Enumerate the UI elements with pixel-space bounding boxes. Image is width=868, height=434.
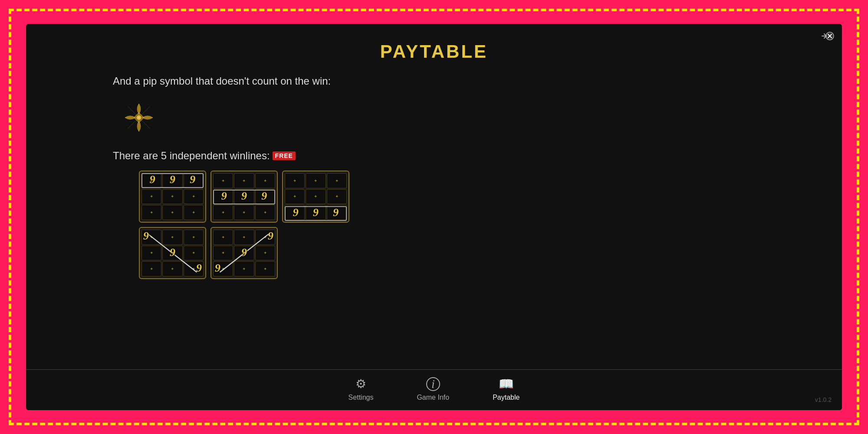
page-title: PAYTABLE: [113, 41, 755, 62]
nav-paytable[interactable]: 📖 Paytable: [493, 377, 519, 401]
paytable-label: Paytable: [493, 394, 519, 401]
winline-card-5: ✦ ✦ ✦ ✦ ✦ ✦ ✦ ✦ ✦ 9: [210, 227, 278, 279]
game-info-icon: i: [426, 377, 440, 391]
winline-card-2: ✦ ✦ ✦ ✦ ✦ ✦ ✦ ✦ ✦ 999: [210, 171, 278, 223]
game-info-label: Game Info: [417, 394, 449, 401]
paytable-icon: 📖: [499, 377, 514, 391]
winline-card-3: ✦ ✦ ✦ ✦ ✦ ✦ ✦ ✦ ✦ 999: [282, 171, 349, 223]
close-button[interactable]: [819, 31, 835, 46]
svg-point-12: [138, 117, 140, 118]
pip-symbol-icon: [122, 100, 156, 135]
winline-row-2: ✦ ✦ ✦ ✦ ✦ ✦ ✦ ✦ ✦ 9: [139, 227, 349, 279]
winline-card-1: ✦ ✦ ✦ ✦ ✦ ✦ ✦ ✦ ✦ 999: [139, 171, 206, 223]
pip-symbol-container: [122, 100, 156, 137]
nav-settings[interactable]: ⚙ Settings: [349, 377, 374, 401]
version-text: v1.0.2: [815, 396, 832, 403]
outer-border: PAYTABLE And a pip symbol that doesn't c…: [9, 9, 859, 425]
winlines-text: There are 5 independent winlines: FREE: [113, 150, 296, 162]
settings-label: Settings: [349, 394, 374, 401]
bottom-nav: ⚙ Settings i Game Info 📖 Paytable: [26, 369, 842, 410]
free-badge: FREE: [273, 151, 296, 160]
content-area: PAYTABLE And a pip symbol that doesn't c…: [26, 24, 842, 369]
winline-row-1: ✦ ✦ ✦ ✦ ✦ ✦ ✦ ✦ ✦ 999: [139, 171, 349, 223]
main-panel: PAYTABLE And a pip symbol that doesn't c…: [26, 24, 842, 410]
nav-game-info[interactable]: i Game Info: [417, 377, 449, 401]
winline-grids: ✦ ✦ ✦ ✦ ✦ ✦ ✦ ✦ ✦ 999: [139, 171, 349, 279]
winline-card-4: ✦ ✦ ✦ ✦ ✦ ✦ ✦ ✦ ✦ 9: [139, 227, 206, 279]
pip-description: And a pip symbol that doesn't count on t…: [113, 75, 331, 87]
settings-icon: ⚙: [355, 377, 366, 391]
